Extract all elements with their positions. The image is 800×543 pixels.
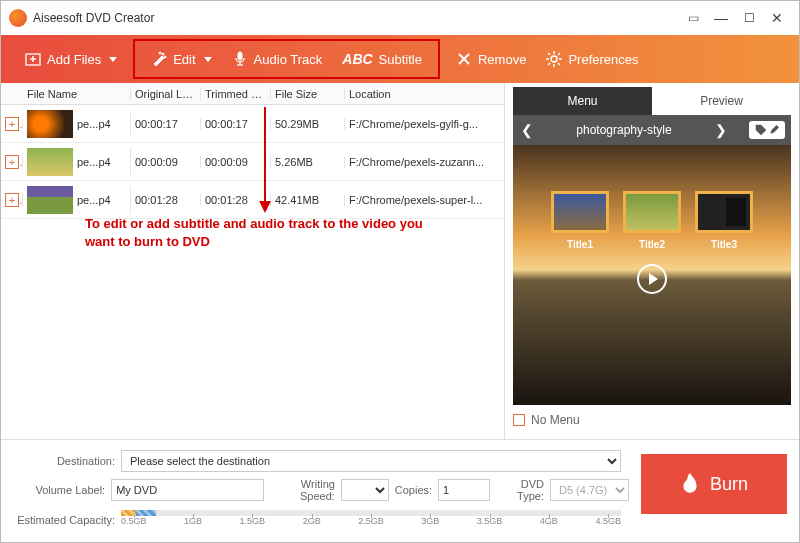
edit-menu-button[interactable]	[749, 121, 785, 139]
col-file-size[interactable]: File Size	[271, 88, 345, 100]
chevron-left-icon[interactable]: ❮	[513, 122, 541, 138]
add-files-label: Add Files	[47, 52, 101, 67]
dvd-type-select[interactable]: D5 (4.7G)	[550, 479, 629, 501]
highlighted-edit-group: Edit Audio Track ABC Subtitle	[133, 39, 440, 79]
svg-line-18	[558, 53, 560, 55]
svg-point-3	[162, 53, 164, 55]
chevron-down-icon	[204, 57, 212, 62]
preview-panel: Menu Preview ❮ photography-style ❯ Title…	[505, 83, 799, 439]
table-row[interactable]: + pe...p4 00:00:09 00:00:09 5.26MB F:/Ch…	[1, 143, 504, 181]
file-size: 50.29MB	[271, 118, 345, 130]
volume-label-label: Volume Label:	[13, 484, 105, 496]
svg-point-5	[159, 52, 161, 54]
destination-label: Destination:	[13, 455, 115, 467]
preferences-button[interactable]: Preferences	[536, 45, 648, 73]
menu-style-bar: ❮ photography-style ❯	[513, 115, 791, 145]
preview-tabs: Menu Preview	[513, 87, 791, 115]
add-files-button[interactable]: Add Files	[15, 45, 127, 73]
menu-title-2[interactable]: Title2	[623, 191, 681, 250]
app-logo-icon	[9, 9, 27, 27]
svg-line-16	[548, 53, 550, 55]
file-location: F:/Chrome/pexels-super-l...	[345, 194, 504, 206]
remove-button[interactable]: Remove	[446, 45, 536, 73]
no-menu-label: No Menu	[531, 413, 580, 427]
edit-button[interactable]: Edit	[141, 45, 221, 73]
tab-preview[interactable]: Preview	[652, 87, 791, 115]
dvd-type-label: DVD Type:	[496, 478, 544, 502]
table-row[interactable]: + pe...p4 00:00:17 00:00:17 50.29MB F:/C…	[1, 105, 504, 143]
expand-icon[interactable]: +	[5, 117, 19, 131]
file-list-panel: File Name Original Leng Trimmed Len File…	[1, 83, 505, 439]
svg-line-17	[558, 63, 560, 65]
svg-rect-6	[238, 52, 242, 60]
x-icon	[456, 51, 472, 67]
output-settings: Destination: Please select the destinati…	[13, 450, 629, 532]
writing-speed-label: Writing Speed:	[270, 478, 335, 502]
copies-stepper[interactable]	[438, 479, 490, 501]
table-row[interactable]: + pe...p4 00:01:28 00:01:28 42.41MB F:/C…	[1, 181, 504, 219]
chevron-right-icon[interactable]: ❯	[707, 122, 735, 138]
menu-title-3[interactable]: Title3	[695, 191, 753, 250]
svg-point-4	[164, 56, 166, 58]
original-length: 00:00:17	[131, 118, 201, 130]
menu-thumbs: Title1 Title2 Title3	[551, 191, 753, 250]
file-name: pe...p4	[77, 118, 111, 130]
menu-thumb-icon	[695, 191, 753, 233]
checkbox-icon	[513, 414, 525, 426]
col-original-length[interactable]: Original Leng	[131, 88, 201, 100]
app-window: Aiseesoft DVD Creator ▭ — ☐ ✕ Add Files …	[0, 0, 800, 543]
app-title: Aiseesoft DVD Creator	[33, 11, 679, 25]
col-file-name[interactable]: File Name	[23, 88, 131, 100]
file-location: F:/Chrome/pexels-zuzann...	[345, 156, 504, 168]
thumbnail	[27, 148, 73, 176]
col-trimmed-length[interactable]: Trimmed Len	[201, 88, 271, 100]
menu-thumb-icon	[551, 191, 609, 233]
annotation-arrow-icon	[255, 107, 275, 217]
svg-line-19	[548, 63, 550, 65]
flame-icon	[680, 473, 700, 495]
original-length: 00:01:28	[131, 194, 201, 206]
volume-label-input[interactable]	[111, 479, 264, 501]
maximize-icon[interactable]: ☐	[735, 11, 763, 25]
toolbar: Add Files Edit Audio Track ABC Subtitle …	[1, 35, 799, 83]
minimize-icon[interactable]: —	[707, 10, 735, 26]
file-location: F:/Chrome/pexels-gylfi-g...	[345, 118, 504, 130]
no-menu-checkbox[interactable]: No Menu	[513, 413, 791, 427]
capacity-ticks: 0.5GB1GB1.5GB2GB2.5GB3GB3.5GB4GB4.5GB	[121, 516, 621, 526]
pencil-icon	[769, 125, 779, 135]
copies-label: Copies:	[395, 484, 432, 496]
annotation-text: To edit or add subtitle and audio track …	[85, 215, 435, 250]
subtitle-label: Subtitle	[379, 52, 422, 67]
add-files-icon	[25, 51, 41, 67]
menu-title-label: Title3	[711, 239, 737, 250]
subtitle-button[interactable]: ABC Subtitle	[332, 45, 432, 73]
expand-icon[interactable]: +	[5, 155, 19, 169]
menu-style-name: photography-style	[555, 123, 693, 137]
file-size: 42.41MB	[271, 194, 345, 206]
menu-title-label: Title1	[567, 239, 593, 250]
writing-speed-select[interactable]	[341, 479, 389, 501]
col-location[interactable]: Location	[345, 88, 504, 100]
menu-title-1[interactable]: Title1	[551, 191, 609, 250]
menu-thumb-icon	[623, 191, 681, 233]
table-header: File Name Original Leng Trimmed Len File…	[1, 83, 504, 105]
compact-icon[interactable]: ▭	[679, 11, 707, 25]
menu-preview: Title1 Title2 Title3	[513, 145, 791, 405]
burn-button[interactable]: Burn	[641, 454, 787, 514]
close-icon[interactable]: ✕	[763, 10, 791, 26]
microphone-icon	[232, 51, 248, 67]
tag-icon	[755, 124, 767, 136]
file-size: 5.26MB	[271, 156, 345, 168]
play-button[interactable]	[637, 264, 667, 294]
file-name: pe...p4	[77, 194, 111, 206]
main-area: File Name Original Leng Trimmed Len File…	[1, 83, 799, 439]
audio-track-label: Audio Track	[254, 52, 323, 67]
abc-icon: ABC	[342, 51, 372, 67]
tab-menu[interactable]: Menu	[513, 87, 652, 115]
expand-icon[interactable]: +	[5, 193, 19, 207]
destination-select[interactable]: Please select the destination	[121, 450, 621, 472]
magic-wand-icon	[151, 51, 167, 67]
audio-track-button[interactable]: Audio Track	[222, 45, 333, 73]
svg-point-11	[551, 56, 557, 62]
chevron-down-icon	[109, 57, 117, 62]
